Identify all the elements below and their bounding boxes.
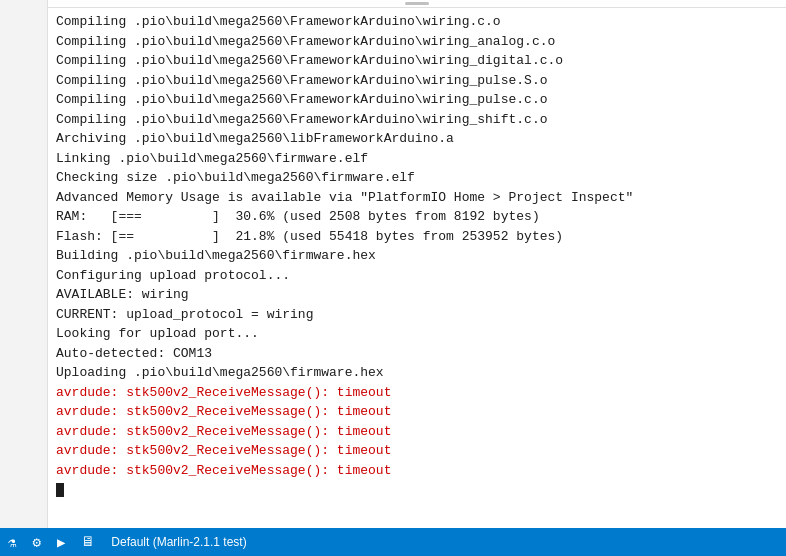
terminal-line: avrdude: stk500v2_ReceiveMessage(): time…	[48, 461, 786, 481]
status-bar: ⚗ ⚙ ▶ 🖥 Default (Marlin-2.1.1 test)	[0, 528, 786, 556]
terminal-line: Building .pio\build\mega2560\firmware.he…	[48, 246, 786, 266]
settings-icon[interactable]: ⚙	[32, 534, 40, 551]
status-label: Default (Marlin-2.1.1 test)	[111, 535, 246, 549]
terminal-line: Flash: [== ] 21.8% (used 55418 bytes fro…	[48, 227, 786, 247]
flask-icon[interactable]: ⚗	[8, 534, 16, 551]
terminal-line: Compiling .pio\build\mega2560\FrameworkA…	[48, 110, 786, 130]
terminal-run-icon[interactable]: ▶	[57, 534, 65, 551]
terminal-line: AVAILABLE: wiring	[48, 285, 786, 305]
terminal-cursor-line	[48, 480, 786, 500]
main-content: Compiling .pio\build\mega2560\FrameworkA…	[0, 0, 786, 528]
terminal-line: avrdude: stk500v2_ReceiveMessage(): time…	[48, 383, 786, 403]
terminal-line: Compiling .pio\build\mega2560\FrameworkA…	[48, 32, 786, 52]
terminal-line: CURRENT: upload_protocol = wiring	[48, 305, 786, 325]
terminal-line: Configuring upload protocol...	[48, 266, 786, 286]
terminal-cursor	[56, 483, 64, 497]
monitor-icon[interactable]: 🖥	[81, 534, 95, 550]
terminal-line: Compiling .pio\build\mega2560\FrameworkA…	[48, 51, 786, 71]
terminal-output[interactable]: Compiling .pio\build\mega2560\FrameworkA…	[48, 8, 786, 528]
top-indicator-bar	[405, 2, 429, 5]
left-sidebar	[0, 0, 48, 528]
terminal-line: avrdude: stk500v2_ReceiveMessage(): time…	[48, 402, 786, 422]
terminal-line: RAM: [=== ] 30.6% (used 2508 bytes from …	[48, 207, 786, 227]
terminal-line: avrdude: stk500v2_ReceiveMessage(): time…	[48, 422, 786, 442]
terminal-content: Compiling .pio\build\mega2560\FrameworkA…	[48, 0, 786, 528]
terminal-line: Uploading .pio\build\mega2560\firmware.h…	[48, 363, 786, 383]
terminal-line: Looking for upload port...	[48, 324, 786, 344]
terminal-line: Auto-detected: COM13	[48, 344, 786, 364]
terminal-line: Archiving .pio\build\mega2560\libFramewo…	[48, 129, 786, 149]
terminal-line: Checking size .pio\build\mega2560\firmwa…	[48, 168, 786, 188]
terminal-line: Compiling .pio\build\mega2560\FrameworkA…	[48, 90, 786, 110]
terminal-line: Compiling .pio\build\mega2560\FrameworkA…	[48, 12, 786, 32]
terminal-line: Compiling .pio\build\mega2560\FrameworkA…	[48, 71, 786, 91]
top-indicator	[48, 0, 786, 8]
terminal-line: avrdude: stk500v2_ReceiveMessage(): time…	[48, 441, 786, 461]
terminal-line: Linking .pio\build\mega2560\firmware.elf	[48, 149, 786, 169]
terminal-line: Advanced Memory Usage is available via "…	[48, 188, 786, 208]
